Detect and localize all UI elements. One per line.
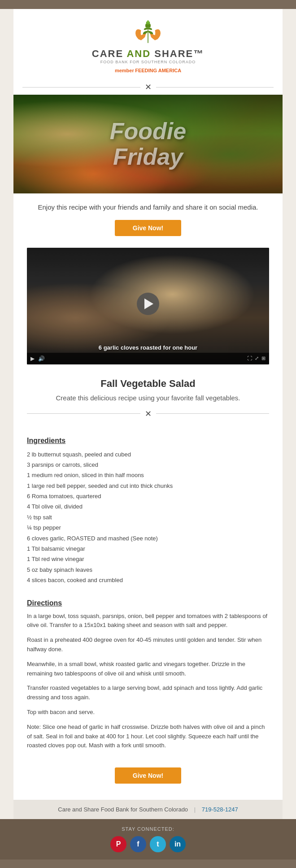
give-now-button-top[interactable]: Give Now!: [115, 220, 181, 236]
list-item: 6 Roma tomatoes, quartered: [27, 491, 269, 501]
footer-separator: |: [194, 806, 196, 813]
direction-para-3: Meanwhile, in a small bowl, whisk roaste…: [27, 660, 269, 679]
list-item: ½ tsp salt: [27, 512, 269, 522]
hero-image: Foodie Friday: [13, 95, 283, 193]
recipe-subtitle: Create this delicious recipe using your …: [27, 394, 269, 402]
list-item: 5 oz baby spinach leaves: [27, 565, 269, 575]
ingredients-section: Ingredients 2 lb butternut squash, peele…: [13, 437, 283, 599]
footer-address: Care and Share Food Bank for Southern Co…: [13, 800, 283, 819]
video-controls-bar: ▶ 🔊 ⛶ ⤢ ⊞: [27, 353, 269, 364]
direction-para-5: Top with bacon and serve.: [27, 708, 269, 717]
list-item: ¼ tsp pepper: [27, 522, 269, 533]
video-section: 6 garlic cloves roasted for one hour ▶ 🔊…: [13, 248, 283, 369]
expand-icon[interactable]: ⤢: [255, 355, 259, 361]
divider-line-right: [156, 87, 274, 88]
video-caption: 6 garlic cloves roasted for one hour: [27, 344, 269, 351]
divider-line-left: [22, 87, 140, 88]
social-icons-row: P f t in: [9, 836, 287, 852]
recipe-divider-right: [156, 413, 270, 414]
play-button[interactable]: [137, 293, 159, 315]
header-divider: ✕: [13, 79, 283, 95]
list-item: 1 medium red onion, sliced in thin half …: [27, 470, 269, 480]
bottom-cta-section: Give Now!: [13, 763, 283, 800]
ingredient-list: 2 lb butternut squash, peeled and cubed …: [27, 449, 269, 586]
play-icon: [144, 298, 153, 309]
direction-para-4: Transfer roasted vegetables to a large s…: [27, 684, 269, 702]
video-extra-controls: ⛶ ⤢ ⊞: [247, 355, 266, 361]
intro-section: Enjoy this recipe with your friends and …: [13, 193, 283, 248]
list-item: 3 parsnips or carrots, sliced: [27, 460, 269, 470]
hero-title: Foodie Friday: [110, 118, 186, 170]
email-content: CARE AND SHARE™ FOOD BANK FOR SOUTHERN C…: [13, 9, 283, 819]
direction-para-1: In a large bowl, toss squash, parsnips, …: [27, 612, 269, 631]
brand-tagline: FOOD BANK FOR SOUTHERN COLORADO: [22, 60, 274, 64]
intro-text: Enjoy this recipe with your friends and …: [27, 202, 269, 213]
logo-icon: [132, 18, 164, 45]
fullscreen-icon[interactable]: ⛶: [247, 355, 252, 361]
svg-point-10: [147, 20, 149, 23]
utensils-icon: ✕: [145, 82, 152, 92]
list-item: 6 cloves garlic, ROASTED and mashed (See…: [27, 533, 269, 544]
give-now-button-bottom[interactable]: Give Now!: [115, 767, 181, 784]
brand-name: CARE AND SHARE™: [22, 48, 274, 60]
video-player[interactable]: 6 garlic cloves roasted for one hour ▶ 🔊…: [27, 248, 269, 364]
settings-icon[interactable]: ⊞: [261, 355, 266, 361]
direction-note: Note: Slice one head of garlic in half c…: [27, 723, 269, 750]
footer-phone[interactable]: 719-528-1247: [202, 806, 238, 813]
email-wrapper: CARE AND SHARE™ FOOD BANK FOR SOUTHERN C…: [0, 9, 296, 859]
directions-section: Directions In a large bowl, toss squash,…: [13, 599, 283, 763]
stay-connected-label: STAY CONNECTED:: [9, 826, 287, 832]
linkedin-icon[interactable]: in: [170, 836, 186, 852]
recipe-title: Fall Vegetable Salad: [27, 378, 269, 390]
play-pause-ctrl[interactable]: ▶: [30, 355, 35, 362]
recipe-utensils-icon: ✕: [145, 409, 152, 419]
list-item: 4 slices bacon, cooked and crumbled: [27, 575, 269, 585]
list-item: 1 large red bell pepper, seeded and cut …: [27, 481, 269, 491]
header: CARE AND SHARE™ FOOD BANK FOR SOUTHERN C…: [13, 9, 283, 79]
social-footer: STAY CONNECTED: P f t in: [0, 819, 296, 859]
org-name: Care and Share Food Bank for Southern Co…: [58, 806, 188, 813]
list-item: 2 lb butternut squash, peeled and cubed: [27, 449, 269, 460]
facebook-icon[interactable]: f: [130, 836, 146, 852]
volume-ctrl[interactable]: 🔊: [38, 355, 45, 362]
list-item: 1 Tbl red wine vinegar: [27, 554, 269, 564]
recipe-divider: ✕: [27, 409, 269, 419]
pinterest-icon[interactable]: P: [110, 836, 126, 852]
directions-heading: Directions: [27, 599, 269, 607]
ingredients-heading: Ingredients: [27, 437, 269, 445]
recipe-section: Fall Vegetable Salad Create this delicio…: [13, 369, 283, 437]
feeding-america-badge: member FEEDING AMERICA: [22, 68, 274, 73]
direction-para-2: Roast in a preheated 400 degree oven for…: [27, 636, 269, 654]
list-item: 1 Tbl balsamic vinegar: [27, 544, 269, 554]
recipe-divider-left: [27, 413, 140, 414]
list-item: 4 Tbl olive oil, divided: [27, 501, 269, 512]
twitter-icon[interactable]: t: [150, 836, 166, 852]
